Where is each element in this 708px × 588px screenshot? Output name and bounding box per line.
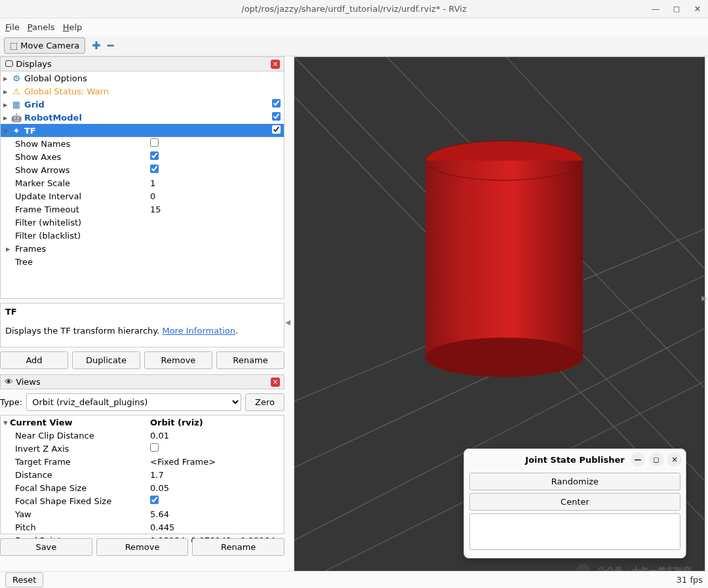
tree-row-frame-timeout[interactable]: Frame Timeout 15 <box>1 203 284 216</box>
tree-row-target-frame[interactable]: Target Frame <Fixed Frame> <box>1 455 284 468</box>
tree-row-show-arrows[interactable]: Show Arrows <box>1 163 284 176</box>
jsp-title: Joint State Publisher — ◻ ✕ <box>464 449 686 470</box>
svg-point-10 <box>425 338 583 377</box>
cylinder-model <box>419 134 589 383</box>
window-title: /opt/ros/jazzy/share/urdf_tutorial/rviz/… <box>241 4 466 14</box>
maximize-icon[interactable]: ◻ <box>671 4 682 14</box>
close-views-icon[interactable]: × <box>271 378 280 387</box>
views-header: 👁 Views × <box>0 374 285 389</box>
rename-view-button[interactable]: Rename <box>192 538 285 556</box>
move-camera-button[interactable]: ⬚ Move Camera <box>4 37 85 54</box>
3d-viewport[interactable]: 公众号 · 十年一梦实验室 Joint State Publisher — ◻ … <box>294 56 705 585</box>
tree-row-show-names[interactable]: Show Names <box>1 137 284 150</box>
tree-row-marker-scale[interactable]: Marker Scale 1 <box>1 176 284 189</box>
save-view-button[interactable]: Save <box>0 538 92 556</box>
tree-row-tf[interactable]: ▾✦ TF <box>1 124 284 137</box>
close-panel-icon[interactable]: × <box>271 60 280 69</box>
type-label: Type: <box>0 397 22 407</box>
tree-row-filter-blacklist[interactable]: Filter (blacklist) <box>1 229 284 242</box>
monitor-icon: 🖵 <box>5 59 16 69</box>
add-button[interactable]: Add <box>0 351 68 369</box>
tf-checkbox[interactable] <box>272 125 281 134</box>
tree-row-frames[interactable]: ▸ Frames <box>1 242 284 255</box>
tree-row-current-view[interactable]: ▾ Current View Orbit (rviz) <box>1 416 284 429</box>
jsp-empty-area <box>469 513 680 550</box>
jsp-close-icon[interactable]: ✕ <box>667 452 682 467</box>
tree-row-invert-z[interactable]: Invert Z Axis <box>1 442 284 455</box>
tree-row-show-axes[interactable]: Show Axes <box>1 150 284 163</box>
focal-shape-fixed-checkbox[interactable] <box>150 496 159 504</box>
tree-row-tree[interactable]: Tree <box>1 255 284 268</box>
gear-icon: ⚙ <box>11 73 22 83</box>
tree-row-focal-shape-size[interactable]: Focal Shape Size 0.05 <box>1 481 284 494</box>
jsp-minimize-icon[interactable]: — <box>631 452 645 467</box>
invert-z-checkbox[interactable] <box>150 443 159 452</box>
splitter-left[interactable]: ◀ <box>285 56 291 588</box>
robotmodel-checkbox[interactable] <box>272 112 281 121</box>
tree-row-yaw[interactable]: Yaw 5.64 <box>1 507 284 520</box>
minimize-icon[interactable]: — <box>650 4 661 14</box>
toolbar: ⬚ Move Camera ✚ ━ <box>0 35 708 56</box>
svg-rect-9 <box>425 161 583 357</box>
randomize-button[interactable]: Randomize <box>469 473 680 490</box>
warn-icon: ⚠ <box>11 87 22 96</box>
menu-help[interactable]: Help <box>63 22 83 32</box>
displays-tree[interactable]: ▸⚙ Global Options ▸⚠ Global Status: Warn… <box>0 71 285 299</box>
tree-row-grid[interactable]: ▸▦ Grid <box>1 98 284 111</box>
titlebar: /opt/ros/jazzy/share/urdf_tutorial/rviz/… <box>0 0 708 18</box>
grid-icon: ▦ <box>11 100 22 109</box>
tree-row-near-clip[interactable]: Near Clip Distance 0.01 <box>1 429 284 442</box>
joint-state-publisher-window[interactable]: Joint State Publisher — ◻ ✕ Randomize Ce… <box>463 448 686 559</box>
duplicate-button[interactable]: Duplicate <box>72 351 140 369</box>
tree-row-filter-whitelist[interactable]: Filter (whitelist) <box>1 216 284 229</box>
menu-panels[interactable]: Panels <box>28 22 55 32</box>
splitter-right[interactable]: ▶ <box>700 294 708 302</box>
remove-view-button[interactable]: Remove <box>96 538 189 556</box>
tree-row-robotmodel[interactable]: ▸🤖 RobotModel <box>1 111 284 124</box>
more-info-link[interactable]: More Information <box>162 326 235 336</box>
rename-button[interactable]: Rename <box>216 351 285 369</box>
tree-row-focal-shape-fixed[interactable]: Focal Shape Fixed Size <box>1 494 284 507</box>
center-button[interactable]: Center <box>469 493 680 511</box>
tf-icon: ✦ <box>11 126 22 136</box>
tree-row-distance[interactable]: Distance 1.7 <box>1 468 284 481</box>
grid-checkbox[interactable] <box>272 99 281 108</box>
remove-tool-icon[interactable]: ━ <box>108 39 114 52</box>
displays-header: 🖵 Displays × <box>0 56 285 71</box>
menu-file[interactable]: File <box>5 22 20 32</box>
views-tree[interactable]: ▾ Current View Orbit (rviz) Near Clip Di… <box>0 415 285 534</box>
show-names-checkbox[interactable] <box>150 138 159 147</box>
eye-icon: 👁 <box>5 377 16 387</box>
tree-row-global-options[interactable]: ▸⚙ Global Options <box>1 71 284 85</box>
show-arrows-checkbox[interactable] <box>150 165 159 173</box>
close-icon[interactable]: ✕ <box>692 4 703 14</box>
show-axes-checkbox[interactable] <box>150 151 159 160</box>
status-bar: Reset 31 fps <box>0 571 708 588</box>
zero-button[interactable]: Zero <box>245 393 285 411</box>
reset-button[interactable]: Reset <box>5 572 43 587</box>
add-tool-icon[interactable]: ✚ <box>92 39 100 52</box>
tree-row-update-interval[interactable]: Update Interval 0 <box>1 189 284 203</box>
tree-row-pitch[interactable]: Pitch 0.445 <box>1 520 284 534</box>
jsp-maximize-icon[interactable]: ◻ <box>649 452 663 467</box>
view-type-select[interactable]: Orbit (rviz_default_plugins) <box>26 393 241 411</box>
fps-label: 31 fps <box>677 575 703 585</box>
description-panel: TF Displays the TF transform hierarchy. … <box>0 303 285 347</box>
interact-icon: ⬚ <box>10 41 18 50</box>
menubar: File Panels Help <box>0 18 708 35</box>
remove-button[interactable]: Remove <box>144 351 212 369</box>
tree-row-global-status[interactable]: ▸⚠ Global Status: Warn <box>1 85 284 98</box>
robot-icon: 🤖 <box>11 113 22 123</box>
